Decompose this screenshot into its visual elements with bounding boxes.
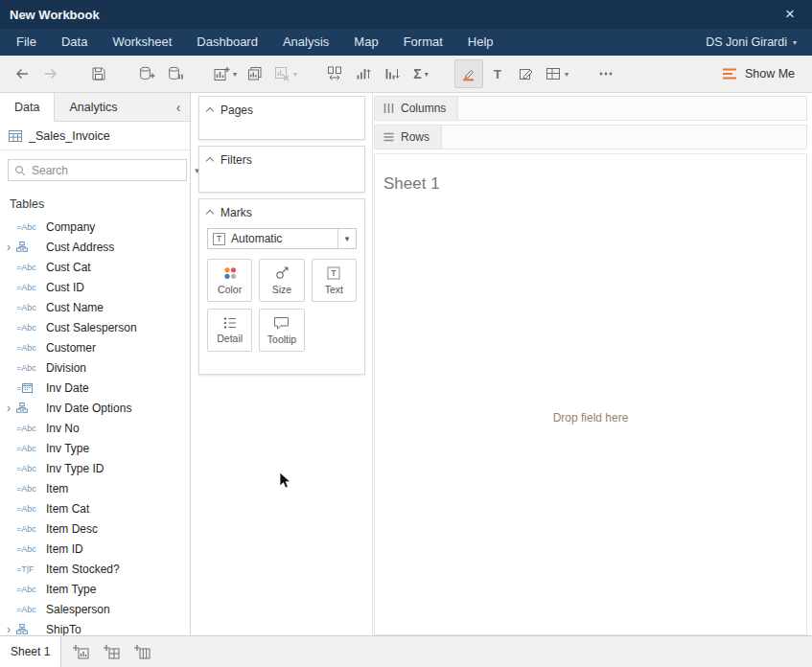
field-item-cat[interactable]: =AbcItem Cat bbox=[0, 498, 190, 518]
field-inv-no[interactable]: =AbcInv No bbox=[0, 418, 190, 438]
highlight-icon[interactable] bbox=[454, 59, 483, 88]
more-icon[interactable] bbox=[592, 59, 620, 88]
pages-label: Pages bbox=[220, 104, 253, 117]
field-label: Inv Date Options bbox=[46, 402, 131, 415]
field-label: Customer bbox=[46, 341, 96, 355]
tab-data[interactable]: Data bbox=[0, 93, 55, 122]
marks-button-label: Tooltip bbox=[267, 334, 296, 345]
search-box[interactable] bbox=[8, 159, 187, 181]
field-item-stocked-[interactable]: =T|FItem Stocked? bbox=[0, 559, 190, 579]
menu-map[interactable]: Map bbox=[341, 29, 390, 56]
field-item-id[interactable]: =AbcItem ID bbox=[0, 539, 190, 559]
chevron-up-icon bbox=[206, 210, 214, 218]
marks-text-button[interactable]: Text bbox=[312, 259, 357, 302]
new-story-icon[interactable] bbox=[127, 636, 157, 667]
filters-card[interactable]: Filters bbox=[198, 146, 365, 193]
clear-sheet-icon[interactable]: ▾ bbox=[269, 59, 301, 88]
menu-analysis[interactable]: Analysis bbox=[270, 29, 341, 56]
show-me-icon bbox=[722, 67, 737, 80]
expand-chevron-icon[interactable]: › bbox=[7, 624, 16, 635]
expand-chevron-icon[interactable]: › bbox=[7, 402, 16, 414]
columns-shelf-label: Columns bbox=[375, 97, 458, 120]
columns-icon bbox=[383, 103, 395, 114]
close-icon[interactable]: × bbox=[777, 0, 802, 29]
expand-chevron-icon[interactable]: › bbox=[7, 242, 16, 253]
field-inv-type[interactable]: =AbcInv Type bbox=[0, 438, 190, 458]
columns-shelf[interactable]: Columns bbox=[374, 96, 807, 121]
duplicate-sheet-icon[interactable] bbox=[241, 59, 269, 88]
new-worksheet-icon[interactable]: ▾ bbox=[209, 59, 241, 88]
fit-icon[interactable]: ▾ bbox=[541, 59, 572, 88]
abc-field-icon: =Abc bbox=[16, 484, 46, 494]
menu-worksheet[interactable]: Worksheet bbox=[100, 29, 184, 56]
field-customer[interactable]: =AbcCustomer bbox=[0, 337, 190, 357]
rows-shelf[interactable]: Rows bbox=[374, 125, 807, 150]
size-icon bbox=[274, 265, 290, 281]
filters-label: Filters bbox=[220, 153, 252, 167]
redo-icon[interactable] bbox=[36, 59, 65, 88]
mark-type-dropdown[interactable]: T Automatic ▾ bbox=[207, 228, 357, 249]
chevron-down-icon[interactable]: ▾ bbox=[337, 229, 356, 248]
field-cust-name[interactable]: =AbcCust Name bbox=[0, 297, 190, 317]
abc-field-icon: =Abc bbox=[16, 363, 46, 373]
menubar: FileDataWorksheetDashboardAnalysisMapFor… bbox=[0, 29, 812, 56]
new-datasource-icon[interactable] bbox=[132, 59, 161, 88]
menu-format[interactable]: Format bbox=[391, 29, 455, 56]
save-icon[interactable] bbox=[84, 59, 113, 88]
new-dashboard-icon[interactable] bbox=[96, 636, 127, 667]
marks-detail-button[interactable]: Detail bbox=[207, 309, 252, 352]
menu-dashboard[interactable]: Dashboard bbox=[184, 29, 270, 56]
field-cust-id[interactable]: =AbcCust ID bbox=[0, 277, 190, 297]
new-worksheet-tab-icon[interactable] bbox=[65, 636, 96, 667]
fix-axes-icon[interactable] bbox=[512, 59, 541, 88]
field-item[interactable]: =AbcItem bbox=[0, 478, 190, 498]
search-input[interactable] bbox=[32, 164, 180, 177]
field-cust-address[interactable]: ›Cust Address bbox=[0, 237, 190, 257]
field-label: Item Stocked? bbox=[46, 563, 120, 576]
sheet-tab[interactable]: Sheet 1 bbox=[0, 636, 61, 667]
menu-file[interactable]: File bbox=[4, 29, 49, 56]
color-icon bbox=[221, 265, 239, 281]
search-icon bbox=[14, 165, 26, 176]
field-cust-cat[interactable]: =AbcCust Cat bbox=[0, 257, 190, 277]
statusbar: Sheet 1 bbox=[0, 635, 812, 667]
field-salesperson[interactable]: =AbcSalesperson bbox=[0, 599, 190, 619]
abc-field-icon: =Abc bbox=[16, 585, 46, 594]
undo-icon[interactable] bbox=[8, 59, 36, 88]
totals-icon[interactable]: Σ▾ bbox=[406, 59, 435, 88]
show-mark-labels-icon[interactable]: T bbox=[483, 59, 512, 88]
collapse-panel-icon[interactable]: ‹ bbox=[167, 93, 190, 121]
field-item-desc[interactable]: =AbcItem Desc bbox=[0, 518, 190, 539]
field-shipto[interactable]: ›ShipTo bbox=[0, 619, 190, 635]
field-inv-type-id[interactable]: =AbcInv Type ID bbox=[0, 458, 190, 478]
toolbar-icons: ▾▾Σ▾T▾ bbox=[8, 59, 620, 88]
menu-data[interactable]: Data bbox=[49, 29, 100, 56]
menu-help[interactable]: Help bbox=[455, 29, 506, 56]
datasource-name: _Sales_Invoice bbox=[29, 129, 110, 143]
sort-descending-icon[interactable] bbox=[378, 59, 406, 88]
sheet-canvas[interactable]: Sheet 1 Drop field here bbox=[374, 153, 807, 635]
field-label: Inv Type bbox=[46, 442, 89, 455]
user-menu[interactable]: DS Joni Girardi ▾ bbox=[694, 35, 808, 49]
field-inv-date-options[interactable]: ›Inv Date Options bbox=[0, 398, 190, 418]
pause-updates-icon[interactable] bbox=[161, 59, 190, 88]
marks-size-button[interactable]: Size bbox=[259, 259, 304, 302]
abc-field-icon: =Abc bbox=[16, 464, 46, 473]
field-item-type[interactable]: =AbcItem Type bbox=[0, 579, 190, 599]
abc-field-icon: =Abc bbox=[16, 444, 46, 453]
chevron-down-icon: ▾ bbox=[793, 38, 797, 47]
field-cust-salesperson[interactable]: =AbcCust Salesperson bbox=[0, 317, 190, 337]
marks-tooltip-button[interactable]: Tooltip bbox=[259, 309, 304, 352]
tab-analytics[interactable]: Analytics bbox=[55, 93, 131, 121]
sort-ascending-icon[interactable] bbox=[349, 59, 378, 88]
marks-color-button[interactable]: Color bbox=[207, 259, 252, 302]
field-label: Cust Name bbox=[46, 301, 104, 314]
show-me-button[interactable]: Show Me bbox=[712, 59, 804, 88]
abc-field-icon: =Abc bbox=[16, 605, 46, 614]
datasource-item[interactable]: _Sales_Invoice bbox=[0, 122, 190, 150]
field-division[interactable]: =AbcDivision bbox=[0, 357, 190, 378]
field-inv-date[interactable]: =Inv Date bbox=[0, 378, 190, 398]
swap-rows-columns-icon[interactable] bbox=[320, 59, 349, 88]
pages-card[interactable]: Pages bbox=[198, 96, 365, 140]
field-company[interactable]: =AbcCompany bbox=[0, 217, 190, 237]
